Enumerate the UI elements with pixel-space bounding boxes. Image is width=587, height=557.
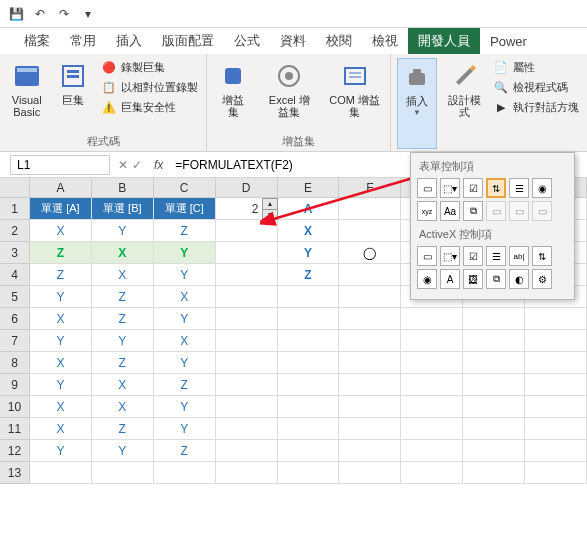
cell[interactable] — [278, 396, 340, 418]
cell[interactable] — [401, 396, 463, 418]
tab-power[interactable]: Power — [480, 28, 537, 54]
cell[interactable]: Y — [92, 220, 154, 242]
cell[interactable]: Y — [154, 264, 216, 286]
cell[interactable]: X — [30, 396, 92, 418]
cell[interactable] — [278, 440, 340, 462]
cell[interactable]: X — [30, 220, 92, 242]
ax-combo-control[interactable]: ⬚▾ — [440, 246, 460, 266]
ax-button-control[interactable]: ▭ — [417, 246, 437, 266]
enter-icon[interactable]: ✓ — [132, 158, 142, 172]
cell[interactable] — [339, 198, 401, 220]
cell[interactable] — [525, 396, 587, 418]
spin-up-icon[interactable]: ▲ — [263, 199, 277, 210]
cell[interactable]: Y — [154, 418, 216, 440]
cell[interactable] — [216, 440, 278, 462]
form-groupbox-control[interactable]: xyz — [417, 201, 437, 221]
cell[interactable]: ◯ — [339, 242, 401, 264]
cell[interactable]: Y — [92, 440, 154, 462]
macros-button[interactable]: 巨集 — [53, 58, 93, 132]
cell[interactable] — [463, 440, 525, 462]
ax-radio-control[interactable]: ◉ — [417, 269, 437, 289]
cell[interactable] — [216, 264, 278, 286]
cell[interactable] — [339, 286, 401, 308]
cell[interactable] — [339, 330, 401, 352]
row-2[interactable]: 2 — [0, 220, 30, 242]
addins-button[interactable]: 增益集 — [213, 58, 253, 132]
cell[interactable]: X — [92, 242, 154, 264]
cell[interactable]: Y — [30, 374, 92, 396]
cell[interactable] — [339, 264, 401, 286]
ax-scrollbar-control[interactable]: ⇅ — [532, 246, 552, 266]
tab-data[interactable]: 資料 — [270, 28, 316, 54]
cell[interactable] — [216, 330, 278, 352]
cell[interactable] — [339, 462, 401, 484]
cell[interactable]: X — [92, 264, 154, 286]
cancel-icon[interactable]: ✕ — [118, 158, 128, 172]
cell[interactable] — [525, 440, 587, 462]
cell[interactable]: Z — [92, 418, 154, 440]
cell[interactable] — [278, 418, 340, 440]
row-8[interactable]: 8 — [0, 352, 30, 374]
ax-image-control[interactable]: 🖼 — [463, 269, 483, 289]
ax-toggle-control[interactable]: ◐ — [509, 269, 529, 289]
row-3[interactable]: 3 — [0, 242, 30, 264]
spin-down-icon[interactable]: ▼ — [263, 210, 277, 220]
cell[interactable]: X — [30, 308, 92, 330]
cell[interactable]: Y — [278, 242, 340, 264]
cell[interactable]: Z — [30, 242, 92, 264]
cell[interactable] — [339, 308, 401, 330]
cell[interactable] — [401, 308, 463, 330]
row-6[interactable]: 6 — [0, 308, 30, 330]
ax-spin-control[interactable]: ⧉ — [486, 269, 506, 289]
cell[interactable]: Z — [30, 264, 92, 286]
tab-review[interactable]: 校閱 — [316, 28, 362, 54]
name-box[interactable] — [10, 155, 110, 175]
cell[interactable] — [278, 462, 340, 484]
form-spinner-control[interactable]: ⇅ — [486, 178, 506, 198]
cell[interactable] — [525, 462, 587, 484]
ax-checkbox-control[interactable]: ☑ — [463, 246, 483, 266]
cell[interactable] — [401, 374, 463, 396]
cell[interactable] — [463, 308, 525, 330]
row-13[interactable]: 13 — [0, 462, 30, 484]
cell[interactable]: Z — [154, 440, 216, 462]
cell[interactable] — [216, 418, 278, 440]
visual-basic-button[interactable]: Visual Basic — [6, 58, 47, 132]
tab-home[interactable]: 常用 — [60, 28, 106, 54]
ax-label-control[interactable]: A — [440, 269, 460, 289]
ax-textbox-control[interactable]: ab| — [509, 246, 529, 266]
form-radio-control[interactable]: ◉ — [532, 178, 552, 198]
row-9[interactable]: 9 — [0, 374, 30, 396]
cell[interactable] — [525, 330, 587, 352]
cell[interactable] — [216, 352, 278, 374]
tab-formulas[interactable]: 公式 — [224, 28, 270, 54]
cell[interactable] — [278, 308, 340, 330]
com-addins-button[interactable]: COM 增益集 — [325, 58, 384, 132]
col-A[interactable]: A — [30, 178, 92, 198]
cell[interactable]: A — [278, 198, 340, 220]
row-1[interactable]: 1 — [0, 198, 30, 220]
cell[interactable] — [463, 330, 525, 352]
cell[interactable] — [463, 352, 525, 374]
undo-icon[interactable]: ↶ — [32, 6, 48, 22]
cell[interactable] — [339, 396, 401, 418]
insert-dropdown-button[interactable]: 插入 ▼ — [397, 58, 437, 149]
ax-more-control[interactable]: ⚙ — [532, 269, 552, 289]
cell[interactable] — [339, 418, 401, 440]
ax-listbox-control[interactable]: ☰ — [486, 246, 506, 266]
row-12[interactable]: 12 — [0, 440, 30, 462]
cell[interactable]: Y — [154, 396, 216, 418]
cell[interactable]: Z — [92, 352, 154, 374]
record-macro-button[interactable]: 🔴錄製巨集 — [99, 58, 200, 76]
view-code-button[interactable]: 🔍檢視程式碼 — [491, 78, 581, 96]
cell[interactable] — [401, 418, 463, 440]
cell[interactable]: Z — [154, 220, 216, 242]
cell[interactable] — [216, 308, 278, 330]
cell[interactable]: Z — [154, 374, 216, 396]
cell[interactable] — [463, 396, 525, 418]
row-11[interactable]: 11 — [0, 418, 30, 440]
col-C[interactable]: C — [154, 178, 216, 198]
select-all-corner[interactable] — [0, 178, 30, 198]
cell[interactable]: X — [92, 396, 154, 418]
cell[interactable] — [216, 374, 278, 396]
